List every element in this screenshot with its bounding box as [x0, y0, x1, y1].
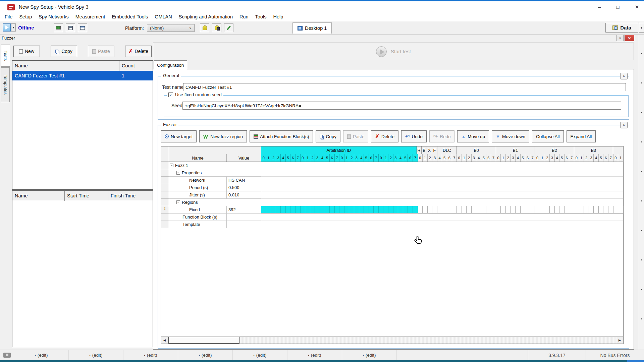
menu-setup[interactable]: Setup: [16, 12, 35, 21]
menu-file[interactable]: File: [1, 12, 16, 21]
region-cell[interactable]: [428, 206, 433, 213]
database-button[interactable]: [200, 23, 209, 32]
region-cell-selected[interactable]: [393, 206, 398, 213]
region-cell[interactable]: [569, 206, 574, 213]
region-cell-selected[interactable]: [320, 206, 325, 213]
region-cell[interactable]: [584, 206, 589, 213]
runs-table[interactable]: NameStart TimeFinish Time: [12, 190, 153, 347]
region-cell-selected[interactable]: [310, 206, 315, 213]
region-cell-selected[interactable]: [271, 206, 276, 213]
start-test-play-icon[interactable]: [376, 46, 387, 57]
general-collapse-button[interactable]: ∧: [620, 73, 628, 79]
run-dropdown-icon[interactable]: ▼: [11, 23, 16, 32]
tests-table[interactable]: NameCount CANFD Fuzzer Test #11: [12, 60, 153, 190]
column-header-finish-time[interactable]: Finish Time: [108, 191, 153, 201]
table-row[interactable]: CANFD Fuzzer Test #11: [12, 71, 153, 80]
region-cell-selected[interactable]: [276, 206, 281, 213]
region-cell[interactable]: [462, 206, 467, 213]
fuzzer-collapse-button[interactable]: ∧: [620, 122, 628, 128]
region-cell-selected[interactable]: [281, 206, 286, 213]
region-cell[interactable]: [481, 206, 486, 213]
region-cell-selected[interactable]: [330, 206, 335, 213]
region-cell-selected[interactable]: [261, 206, 266, 213]
database-export-button[interactable]: [212, 23, 221, 32]
region-cell[interactable]: [579, 206, 584, 213]
region-cell[interactable]: [506, 206, 511, 213]
new-target-button[interactable]: New target: [161, 130, 197, 142]
column-header-name[interactable]: Name: [169, 154, 227, 162]
tools-button[interactable]: [224, 23, 233, 32]
tab-desktop-1[interactable]: Desktop 1: [292, 22, 332, 34]
scrollbar-track[interactable]: [239, 337, 616, 344]
scroll-left-icon[interactable]: ◀: [161, 337, 168, 344]
region-cell[interactable]: [521, 206, 526, 213]
messages-view-button[interactable]: [54, 23, 63, 32]
region-cell-selected[interactable]: [388, 206, 393, 213]
grid-row[interactable]: Function Block (s): [161, 214, 623, 221]
tree-expander-icon[interactable]: −: [170, 164, 173, 167]
tree-cell-period-s-[interactable]: Period (s): [169, 184, 227, 191]
tree-cell-properties[interactable]: −Properties: [169, 169, 261, 177]
column-header-name[interactable]: Name: [12, 61, 119, 71]
region-cell[interactable]: [452, 206, 457, 213]
region-cell[interactable]: [432, 206, 437, 213]
region-cell-selected[interactable]: [398, 206, 403, 213]
data-button[interactable]: Data: [605, 23, 638, 33]
tree-expander-icon[interactable]: −: [176, 200, 180, 204]
region-cell[interactable]: [525, 206, 530, 213]
region-cell-selected[interactable]: [354, 206, 359, 213]
expand-all-button[interactable]: Expand All: [567, 130, 596, 142]
tree-cell-function-block-s-[interactable]: Function Block (s): [169, 214, 227, 221]
region-cell[interactable]: [613, 206, 619, 213]
grid-row[interactable]: Jitter (s)0.010: [161, 191, 623, 199]
region-cell-selected[interactable]: [369, 206, 374, 213]
fuzz-region-cells[interactable]: [261, 206, 623, 214]
value-cell[interactable]: HS CAN: [227, 177, 261, 184]
value-cell[interactable]: 392: [227, 206, 261, 214]
region-cell-selected[interactable]: [290, 206, 296, 213]
region-cell[interactable]: [501, 206, 506, 213]
region-cell[interactable]: [516, 206, 521, 213]
menu-embedded-tools[interactable]: Embedded Tools: [108, 12, 151, 21]
region-cell[interactable]: [530, 206, 535, 213]
maximize-button[interactable]: □: [613, 3, 623, 11]
menu-spy-networks[interactable]: Spy Networks: [35, 12, 72, 21]
region-cell[interactable]: [574, 206, 579, 213]
region-cell-selected[interactable]: [286, 206, 291, 213]
region-cell[interactable]: [418, 206, 423, 213]
region-cell-selected[interactable]: [408, 206, 413, 213]
grid-horizontal-scrollbar[interactable]: ◀ ▶: [161, 337, 623, 344]
minimize-button[interactable]: –: [594, 3, 604, 11]
collapse-all-button[interactable]: Collapse All: [532, 130, 564, 142]
attach-function-block-s--button[interactable]: Attach Function Block(s): [250, 130, 313, 142]
menu-measurement[interactable]: Measurement: [72, 12, 109, 21]
region-cell[interactable]: [511, 206, 516, 213]
region-cell-selected[interactable]: [301, 206, 306, 213]
new-test-button[interactable]: New: [13, 46, 40, 57]
copy-button[interactable]: Copy: [316, 130, 340, 142]
region-cell-selected[interactable]: [364, 206, 369, 213]
move-up-button[interactable]: ▲Move up: [457, 130, 489, 142]
menu-help[interactable]: Help: [270, 12, 286, 21]
region-cell[interactable]: [565, 206, 570, 213]
undo-button[interactable]: ↶Undo: [401, 130, 427, 142]
region-cell-selected[interactable]: [403, 206, 408, 213]
menu-scripting-and-automation[interactable]: Scripting and Automation: [175, 12, 236, 21]
region-cell-selected[interactable]: [315, 206, 320, 213]
fuzz-grid[interactable]: Arbitration IDRBXFDLCB0B1B2B3 NameValue0…: [161, 146, 624, 344]
column-header-value[interactable]: Value: [227, 154, 261, 162]
region-cell[interactable]: [491, 206, 496, 213]
tree-expander-icon[interactable]: −: [176, 171, 180, 175]
new-fuzz-region-button[interactable]: New fuzz region: [199, 130, 247, 142]
move-down-button[interactable]: ▼Move down: [492, 130, 529, 142]
region-cell-selected[interactable]: [325, 206, 330, 213]
scroll-right-icon[interactable]: ▶: [616, 337, 623, 344]
region-cell-selected[interactable]: [266, 206, 271, 213]
region-cell-selected[interactable]: [374, 206, 379, 213]
region-cell[interactable]: [437, 206, 442, 213]
column-header-count[interactable]: Count: [119, 61, 153, 71]
grid-row[interactable]: Template: [161, 221, 623, 228]
region-cell[interactable]: [545, 206, 550, 213]
region-cell[interactable]: [496, 206, 501, 213]
region-cell[interactable]: [550, 206, 555, 213]
